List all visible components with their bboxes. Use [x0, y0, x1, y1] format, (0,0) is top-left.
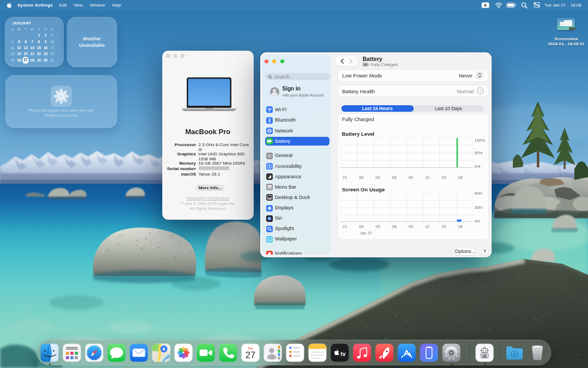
svg-text:A: A [484, 3, 487, 8]
svg-text:tv: tv [341, 351, 346, 357]
svg-text:Tue: Tue [248, 347, 254, 350]
svg-text:27: 27 [246, 350, 255, 360]
